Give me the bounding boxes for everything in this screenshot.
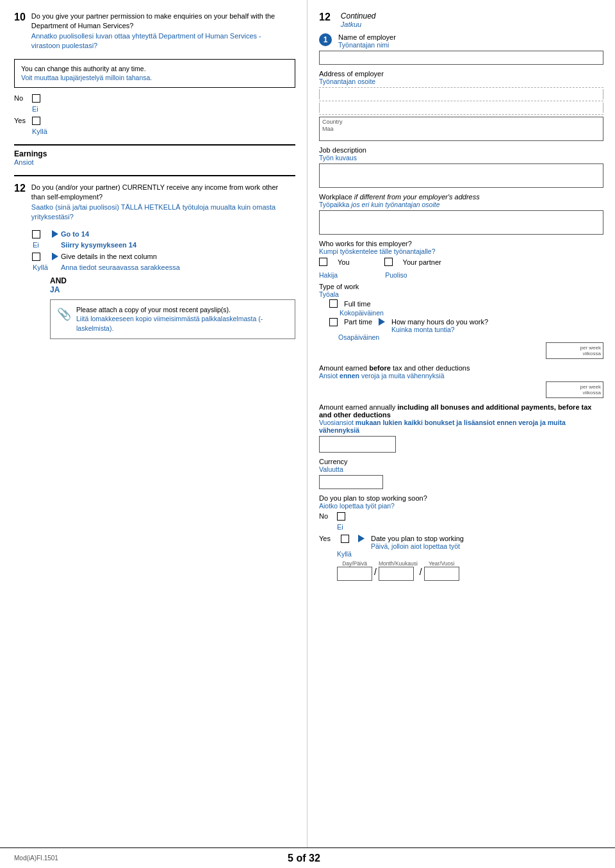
goto-arrow [52,230,58,238]
address-dotted3 [319,114,603,115]
year-field[interactable] [424,567,459,581]
country-field-box[interactable]: Country Maa [319,117,603,141]
parttime-en: Part time [344,318,372,326]
q12-text-en: Do you (and/or your partner) CURRENTLY r… [31,183,278,201]
day-label: Day/Päivä [337,560,372,567]
per-week-labels: per week viikossa [580,346,601,357]
no-label-fi: Ei [32,105,295,113]
and-block: AND JA [50,276,295,294]
stop-yes-fi: Kyllä [337,550,603,558]
continued-en: Continued [341,12,376,21]
annual-bold: including all bonuses and additional pay… [319,403,591,419]
continued-block: Continued Jatkuu [341,12,376,28]
per-week-field[interactable]: per week viikossa [546,342,603,359]
q12-yes-fi: Kyllä [33,263,49,271]
currency-section: Currency Valuutta [319,458,603,489]
date-row: Day/Päivä / Month/Kuukausi / Year/Vuosi [337,560,603,581]
earnings-divider2 [14,175,295,176]
who-works-fi: Kumpi työskentelee tälle työnantajalle? [319,247,603,255]
yes-checkbox[interactable] [32,117,40,125]
currency-field[interactable] [319,475,383,489]
q12-no-checkbox[interactable] [32,230,40,238]
parttime-checkbox[interactable] [329,318,338,326]
workplace-field[interactable] [319,210,603,235]
question-10: 10 Do you give your partner permission t… [14,12,295,51]
stop-yes-checkbox[interactable] [341,535,349,543]
q10-text-en: Do you give your partner permission to m… [31,12,275,29]
parttime-fi: Osapäiväinen [338,333,379,341]
fulltime-fi-label: Kokopäiväinen [340,309,603,317]
year-wrapper: Year/Vuosi [424,560,459,581]
circle-1: 1 [319,33,332,46]
stop-no-checkbox[interactable] [337,512,345,521]
per-week-fi: viikossa [580,351,601,357]
parttime-row: Part time How many hours do you work? Ku… [329,318,603,333]
question-12: 12 Do you (and/or your partner) CURRENTL… [14,183,295,222]
per-week-row: per week viikossa [319,342,603,359]
stop-work-section: Do you plan to stop working soon? Aiotko… [319,494,603,581]
give-details-fi: Anna tiedot seuraavassa sarakkeessa [61,263,180,271]
month-label: Month/Kuukausi [379,560,418,567]
day-field[interactable] [337,567,372,581]
amount-before-field-row: per week viikossa [319,381,603,398]
continued-fi: Jatkuu [341,21,376,28]
annual-amount-en: Amount earned annually including all bon… [319,403,603,419]
month-wrapper: Month/Kuukausi [379,560,418,581]
earnings-divider [14,144,295,146]
q10-number: 10 [14,12,26,23]
left-column: 10 Do you give your partner permission t… [0,0,308,868]
how-many-block: How many hours do you work? Kuinka monta… [391,318,488,333]
no-checkbox[interactable] [32,94,40,103]
q10-text-fi: Annatko puolisollesi luvan ottaa yhteytt… [31,32,261,49]
stop-work-en: Do you plan to stop working soon? [319,494,603,502]
partner-en: Your partner [403,258,441,266]
attach-text: Please attach a copy of your most recent… [76,305,288,333]
employer-address-en: Address of employer [319,70,603,78]
employer-name-header: 1 Name of employer Työnantajan nimi [319,33,603,49]
attach-box: 📎 Please attach a copy of your most rece… [50,299,295,339]
attach-en: Please attach a copy of your most recent… [76,306,231,313]
q10-text: Do you give your partner permission to m… [31,12,290,51]
address-dotted1 [319,87,603,88]
currency-en: Currency [319,458,603,465]
workplace-section: Workplace if different from your employe… [319,193,603,208]
month-field[interactable] [379,567,414,581]
amount-before-section: Amount earned before tax and other deduc… [319,364,603,398]
who-works-row: You Your partner [319,258,603,266]
q12-number: 12 [14,183,26,194]
fulltime-checkbox[interactable] [329,299,338,308]
country-fi: Maa [322,126,343,133]
employer-address-fi: Työnantajan osoite [319,78,603,85]
who-works-section: Who works for this employer? Kumpi työsk… [319,240,603,279]
country-en: Country [322,119,343,126]
yes-arrow [52,253,58,260]
stop-no-en: No [319,512,337,520]
amount-before-field[interactable]: per week viikossa [546,381,603,398]
stop-yes-arrow [358,535,365,542]
year-label: Year/Vuosi [424,560,459,567]
type-work-en: Type of work [319,283,603,290]
paperclip-icon: 📎 [57,306,71,322]
footer-left: Mod(iA)FI.1501 [14,855,58,862]
earnings-section: Earnings Ansiot [14,149,295,166]
annual-amount-fi: Vuosiansiot mukaan lukien kaikki bonukse… [319,419,603,434]
fulltime-row: Full time [329,299,603,308]
date-stop-labels: Date you plan to stop working Päivä, jol… [371,535,464,550]
employer-name-field[interactable] [319,51,603,65]
job-desc-field[interactable] [319,163,603,188]
how-many-en: How many hours do you work? [391,318,488,326]
q12-yes-checkbox[interactable] [32,253,40,261]
no-checkbox-row: No [14,94,295,103]
partner-checkbox[interactable] [384,258,393,266]
annual-amount-field[interactable] [319,436,396,453]
workplace-fi-italic: jos eri kuin työnantajan osoite [351,201,439,208]
employer-address-section: Address of employer Työnantajan osoite [319,70,603,85]
country-label-inside: Country Maa [322,119,343,133]
parttime-arrow [379,318,385,326]
you-checkbox[interactable] [319,258,327,266]
stop-yes-row: Yes Date you plan to stop working Päivä,… [319,535,603,550]
and-en: AND [50,276,295,285]
section-12-header: 12 Continued Jatkuu [319,12,603,28]
stop-no-row: No [319,512,603,521]
footer: Mod(iA)FI.1501 5 of 32 [0,847,615,868]
